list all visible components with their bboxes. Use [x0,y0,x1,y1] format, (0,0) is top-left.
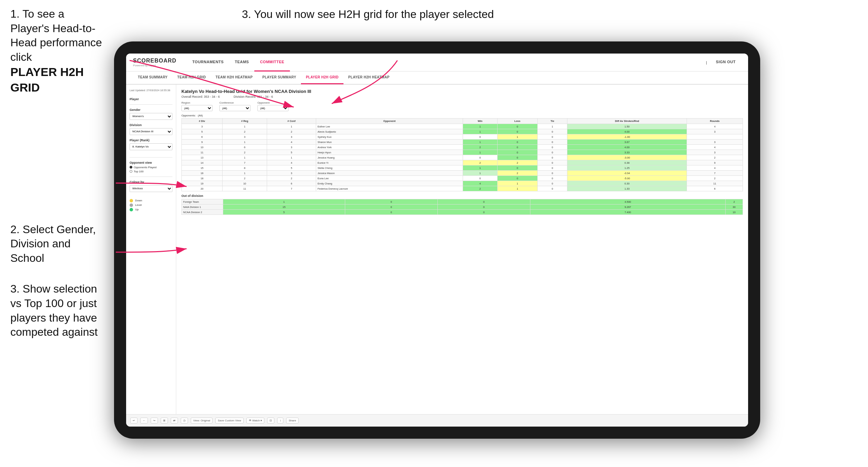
sidebar-player-rank-select[interactable]: 8. Katelyn Vo [130,143,172,150]
cell-rounds: 2 [687,176,743,181]
radio-top100[interactable]: Top 100 [130,170,172,173]
sub-nav-player-summary[interactable]: PLAYER SUMMARY [257,71,301,84]
cell-reg: 7 [223,160,267,165]
cell-rounds: 11 [687,181,743,186]
cell-win: 1 [463,140,497,145]
toolbar-clock[interactable]: ◷ [181,418,188,423]
cell-conf: 3 [267,134,316,140]
toolbar-back[interactable]: ← [140,418,148,423]
ood-cell-loss: 0 [345,199,437,204]
cell-diff: 1.25 [567,165,687,171]
cell-conf: 6 [267,181,316,186]
sub-nav: TEAM SUMMARY TEAM H2H GRID TEAM H2H HEAT… [126,72,748,85]
ood-cell-win: 1 [223,199,345,204]
toolbar-layout[interactable]: ⊡ [267,418,274,423]
cell-div: 11 [182,150,223,155]
nav-item-committee[interactable]: COMMITTEE [254,54,290,72]
bottom-toolbar: ↩ ← ↪ ⊞ ⇄ ◷ View: Original Save Custom V… [126,414,748,427]
cell-conf: 3 [267,145,316,150]
cell-diff: 1.33 [567,186,687,191]
cell-win: 0 [463,155,497,160]
ood-cell-label: NCAA Division 2 [182,210,223,215]
cell-conf: 3 [267,171,316,176]
cell-tie: 0 [537,186,567,191]
cell-diff: -5.00 [567,176,687,181]
sidebar-division-select[interactable]: NCAA Division III [130,128,172,135]
cell-opponent: Federica Domecq Lacroze [316,186,463,191]
cell-win: 1 [463,129,497,134]
ood-cell-label: Foreign Team [182,199,223,204]
sub-nav-player-h2h-heatmap[interactable]: PLAYER H2H HEATMAP [343,71,394,84]
cell-tie: 1 [537,124,567,129]
cell-diff: 0.30 [567,181,687,186]
cell-tie: 0 [537,181,567,186]
cell-opponent: Eunice Yi [316,160,463,165]
sidebar-player-rank-label: Player (Rank) [130,139,172,142]
colour-dot-down [130,199,133,202]
cell-conf: 5 [267,165,316,171]
cell-reg: 1 [223,140,267,145]
cell-opponent: Heejo Hyun [316,150,463,155]
cell-loss: 1 [497,186,537,191]
instructions-left: 1. To see a Player's Head-to-Head perfor… [0,0,114,356]
cell-win: 0 [463,134,497,140]
cell-win: 0 [463,176,497,181]
cell-conf: 4 [267,140,316,145]
toolbar-undo[interactable]: ↩ [130,418,138,423]
col-div: # Div [182,118,223,124]
cell-conf: 4 [267,160,316,165]
cell-reg: 1 [223,155,267,160]
cell-loss: 2 [497,171,537,176]
ood-table-row: NCAA Division 2 5 0 0 7.400 10 [182,210,743,215]
radio-opponents-played[interactable]: Opponents Played [130,166,172,169]
sub-nav-team-h2h-grid[interactable]: TEAM H2H GRID [172,71,211,84]
out-of-division-table: Foreign Team 1 0 0 4.500 2 NAIA Division… [181,199,743,215]
toolbar-swap[interactable]: ⇄ [171,418,178,423]
nav-item-tournaments[interactable]: TOURNAMENTS [187,54,229,72]
sub-nav-player-h2h-grid[interactable]: PLAYER H2H GRID [301,71,343,84]
grid-area: Katelyn Vo Head-to-Head Grid for Women's… [176,85,748,414]
toolbar-expand[interactable]: ↕ [277,418,283,423]
filter-opponent-select[interactable]: (All) [257,105,289,111]
sidebar-gender-select[interactable]: Women's [130,113,172,120]
cell-tie: 0 [537,150,567,155]
toolbar-save-custom[interactable]: Save Custom View [215,418,243,423]
ood-cell-tie: 0 [437,210,530,215]
toolbar-redo[interactable]: ↪ [151,418,158,423]
grid-records: Overall Record: 353 - 34 - 6 Division Re… [181,95,743,98]
col-diff: Diff Av Strokes/Rnd [567,118,687,124]
cell-opponent: Sharon Mun [316,140,463,145]
toolbar-view-original[interactable]: View: Original [191,418,213,423]
cell-conf: 7 [267,186,316,191]
cell-opponent: Alexis Sudjianto [316,129,463,134]
cell-div: 18 [182,176,223,181]
overall-record: Overall Record: 353 - 34 - 6 [181,95,220,98]
toolbar-grid[interactable]: ⊞ [161,418,168,423]
ood-cell-rounds: 2 [726,199,743,204]
nav-item-teams[interactable]: TEAMS [229,54,254,72]
sub-nav-team-h2h-heatmap[interactable]: TEAM H2H HEATMAP [211,71,257,84]
filter-conference-select[interactable]: (All) [219,105,251,111]
toolbar-watch[interactable]: 👁 Watch ▾ [246,418,265,423]
colour-legend: Down Level Up [130,199,172,211]
cell-rounds: 6 [687,186,743,191]
table-row: 5 2 2 Alexis Sudjianto 1 0 0 4.00 3 [182,129,743,134]
table-row: 10 6 3 Andrea York 2 0 0 4.00 4 [182,145,743,150]
cell-div: 3 [182,124,223,129]
cell-reg: 10 [223,181,267,186]
h2h-table: # Div # Reg # Conf Opponent Win Loss Tie… [181,118,743,191]
table-row: 14 7 4 Eunice Yi 2 2 0 0.38 9 [182,160,743,165]
table-row: 13 1 1 Jessica Huang 0 0 0 -3.00 2 [182,155,743,160]
instruction-step3-left: 3. Show selection vs Top 100 or just pla… [10,282,104,339]
cell-loss: 2 [497,160,537,165]
col-tie: Tie [537,118,567,124]
filter-region-select[interactable]: (All) [181,105,213,111]
sub-nav-team-summary[interactable]: TEAM SUMMARY [133,71,172,84]
sidebar-colour-select[interactable]: Win/loss [130,185,172,192]
toolbar-share[interactable]: Share [286,418,298,423]
cell-tie: 0 [537,160,567,165]
tablet-screen: SCOREBOARD Powered by clippd TOURNAMENTS… [126,54,748,427]
table-row: 15 8 5 Stella Cheng 1 0 0 1.25 4 [182,165,743,171]
cell-win: 2 [463,186,497,191]
sign-out-button[interactable]: Sign out [710,54,741,72]
